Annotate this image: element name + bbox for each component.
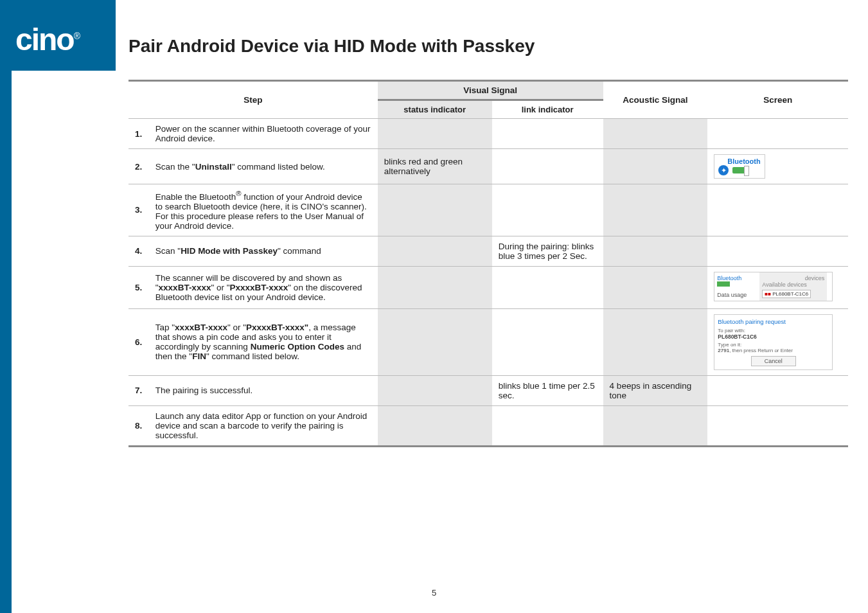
acoustic-signal-cell (603, 149, 708, 184)
acoustic-signal-cell (603, 236, 708, 266)
acoustic-signal-cell (603, 266, 708, 308)
logo-text: cino (15, 22, 74, 57)
col-visual: Visual Signal (378, 81, 603, 100)
link-indicator-cell (492, 308, 603, 375)
table-row: 2.Scan the "Uninstall" command listed be… (128, 149, 848, 184)
to-pair-label: To pair with: (718, 328, 829, 333)
col-status: status indicator (378, 100, 492, 119)
bt-menu-item: Bluetooth (717, 275, 757, 281)
bluetooth-icon: ✦ (718, 165, 729, 175)
link-indicator-cell (492, 119, 603, 149)
to-pair-device: PL680BT-C1C6 (718, 333, 829, 340)
data-usage-item: Data usage (717, 292, 757, 298)
screenshot-pairing-request: Bluetooth pairing requestTo pair with:PL… (714, 314, 833, 370)
link-indicator-cell: During the pairing: blinks blue 3 times … (492, 236, 603, 266)
link-indicator-cell (492, 405, 603, 446)
pair-dialog-title: Bluetooth pairing request (718, 318, 829, 325)
procedure-table: Step Visual Signal Acoustic Signal Scree… (128, 80, 848, 447)
step-number: 8. (128, 405, 149, 446)
acoustic-signal-cell (603, 405, 708, 446)
step-number: 1. (128, 119, 149, 149)
screenshot-bluetooth-toggle: Bluetooth✦ (714, 154, 765, 179)
link-indicator-cell (492, 149, 603, 184)
devices-header: devices (762, 275, 824, 281)
step-number: 2. (128, 149, 149, 184)
step-description: Launch any data editor App or function o… (149, 405, 378, 446)
step-description: Enable the Bluetooth® function of your A… (149, 184, 378, 236)
accent-bar (0, 0, 12, 613)
step-number: 6. (128, 308, 149, 375)
step-number: 5. (128, 266, 149, 308)
step-number: 7. (128, 375, 149, 405)
status-indicator-cell (378, 119, 492, 149)
table-body: 1.Power on the scanner within Bluetooth … (128, 119, 848, 447)
status-indicator-cell (378, 184, 492, 236)
status-indicator-cell (378, 236, 492, 266)
step-description: Tap "xxxxBT-xxxx" or "PxxxxBT-xxxx", a m… (149, 308, 378, 375)
bluetooth-label: Bluetooth (727, 157, 760, 165)
link-indicator-cell (492, 266, 603, 308)
screen-cell (707, 375, 848, 405)
screen-cell (707, 184, 848, 236)
col-link: link indicator (492, 100, 603, 119)
screenshot-device-list: BluetoothData usagedevicesAvailable devi… (714, 272, 833, 301)
status-indicator-cell (378, 266, 492, 308)
acoustic-signal-cell (603, 184, 708, 236)
step-description: The pairing is successful. (149, 375, 378, 405)
table-row: 8.Launch any data editor App or function… (128, 405, 848, 446)
status-indicator-cell (378, 405, 492, 446)
acoustic-signal-cell (603, 308, 708, 375)
step-description: Scan "HID Mode with Passkey" command (149, 236, 378, 266)
logo-registered: ® (74, 31, 79, 41)
table-row: 4.Scan "HID Mode with Passkey" commandDu… (128, 236, 848, 266)
content-area: Step Visual Signal Acoustic Signal Scree… (128, 80, 848, 447)
step-description: Power on the scanner within Bluetooth co… (149, 119, 378, 149)
step-description: Scan the "Uninstall" command listed belo… (149, 149, 378, 184)
status-indicator-cell: blinks red and green alternatively (378, 149, 492, 184)
screen-cell (707, 405, 848, 446)
step-number: 4. (128, 236, 149, 266)
table-row: 6.Tap "xxxxBT-xxxx" or "PxxxxBT-xxxx", a… (128, 308, 848, 375)
page-title: Pair Android Device via HID Mode with Pa… (128, 36, 535, 57)
screen-cell: Bluetooth pairing requestTo pair with:PL… (707, 308, 848, 375)
acoustic-signal-cell (603, 119, 708, 149)
status-indicator-cell (378, 375, 492, 405)
col-step: Step (128, 81, 378, 119)
col-screen: Screen (707, 81, 848, 119)
page-number: 5 (0, 588, 868, 598)
discovered-device: ■■ PL680BT-C1C6 (762, 290, 811, 298)
type-label: Type on it: (718, 342, 829, 348)
step-number: 3. (128, 184, 149, 236)
col-acoustic: Acoustic Signal (603, 81, 708, 119)
cancel-button: Cancel (751, 356, 796, 366)
table-row: 5.The scanner will be discovered by and … (128, 266, 848, 308)
table-row: 7.The pairing is successful.blinks blue … (128, 375, 848, 405)
screen-cell: BluetoothData usagedevicesAvailable devi… (707, 266, 848, 308)
toggle-on-icon (732, 167, 748, 173)
screen-cell (707, 119, 848, 149)
link-indicator-cell: blinks blue 1 time per 2.5 sec. (492, 375, 603, 405)
acoustic-signal-cell: 4 beeps in ascending tone (603, 375, 708, 405)
step-description: The scanner will be discovered by and sh… (149, 266, 378, 308)
type-value: 2791, then press Return or Enter (718, 348, 829, 353)
keyboard-icon: ■■ (765, 291, 771, 297)
available-devices-label: Available devices (762, 281, 824, 288)
screen-cell (707, 236, 848, 266)
status-indicator-cell (378, 308, 492, 375)
table-row: 3.Enable the Bluetooth® function of your… (128, 184, 848, 236)
table-row: 1.Power on the scanner within Bluetooth … (128, 119, 848, 149)
toggle-on-icon (717, 281, 730, 287)
link-indicator-cell (492, 184, 603, 236)
brand-logo: cino® (15, 22, 79, 57)
screen-cell: Bluetooth✦ (707, 149, 848, 184)
